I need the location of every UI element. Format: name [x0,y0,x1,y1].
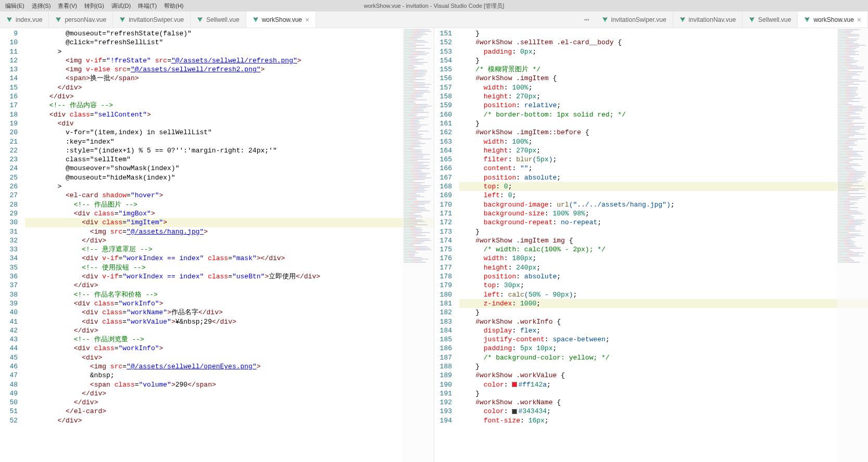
code-line[interactable]: &nbsp; [25,371,434,380]
code-line[interactable]: <div v-if="workIndex == index" class="us… [25,272,434,281]
code-line[interactable]: width: 100%; [459,137,868,146]
minimap-left[interactable] [402,28,434,462]
code-line[interactable]: } [459,308,868,317]
code-line[interactable]: <div class="imgItem"> [25,218,434,227]
code-line[interactable]: } [459,56,868,65]
code-line[interactable]: <img src="@/assets/hang.jpg"> [25,227,434,236]
code-line[interactable]: /* 模糊背景图片 */ [459,65,868,74]
tab-index-vue[interactable]: index.vue [0,11,49,28]
code-line[interactable]: </div> [25,236,434,245]
tab-Sellwell-vue[interactable]: Sellwell.vue [743,11,798,28]
menu-item[interactable]: 选择(S) [29,2,54,10]
code-line[interactable]: <el-card shadow="hover"> [25,191,434,200]
code-line[interactable]: @mouseout="hideMask(index)" [25,173,434,182]
code-line[interactable]: <div class="workInfo"> [25,344,434,353]
code-line[interactable]: background-size: 100% 98%; [459,209,868,218]
code-line[interactable]: <img v-if="!freState" src="@/assets/sell… [25,56,434,65]
code-line[interactable]: #workShow .workName { [459,398,868,407]
code-line[interactable]: @mouseover="showMask(index)" [25,164,434,173]
code-line[interactable]: </div> [25,389,434,398]
code-line[interactable]: <!-- 作品浏览量 --> [25,335,434,344]
code-left[interactable]: @mouseout="refreshState(false)" @click="… [25,28,434,462]
code-line[interactable]: <!-- 悬浮遮罩层 --> [25,245,434,254]
code-line[interactable]: color: #ff142a; [459,380,868,389]
code-line[interactable]: > [25,182,434,191]
code-line[interactable]: height: 270px; [459,146,868,155]
code-line[interactable]: left: calc(50% - 90px); [459,290,868,299]
code-line[interactable]: @click="refreshSellList" [25,38,434,47]
code-line[interactable]: <span>换一批</span> [25,74,434,83]
close-icon[interactable]: × [305,16,309,24]
code-line[interactable]: font-size: 16px; [459,416,868,425]
code-line[interactable]: display: flex; [459,326,868,335]
code-line[interactable]: <div class="workValue">¥&nbsp;29</div> [25,317,434,326]
code-line[interactable]: left: 0; [459,191,868,200]
menu-item[interactable]: 终端(T) [135,2,160,10]
code-line[interactable]: <!-- 作品名字和价格 --> [25,290,434,299]
code-line[interactable]: top: 30px; [459,281,868,290]
code-line[interactable]: padding: 0px; [459,47,868,56]
code-line[interactable]: width: 180px; [459,254,868,263]
code-line[interactable]: width: 100%; [459,83,868,92]
code-line[interactable]: <!-- 作品图片 --> [25,200,434,209]
code-line[interactable]: <!-- 作品内容 --> [25,101,434,110]
code-line[interactable]: /* border-bottom: 1px solid red; */ [459,110,868,119]
code-line[interactable]: <img v-else src="@/assets/sellwell/refre… [25,65,434,74]
menu-item[interactable]: 查看(V) [55,2,80,10]
minimap-right[interactable] [837,28,868,462]
code-line[interactable]: padding: 5px 10px; [459,344,868,353]
code-line[interactable]: #workShow .imgItem { [459,74,868,83]
code-line[interactable]: <div class="sellContent"> [25,110,434,119]
code-line[interactable]: justify-content: space-between; [459,335,868,344]
code-line[interactable]: } [459,227,868,236]
code-line[interactable]: content: ""; [459,164,868,173]
code-line[interactable]: <div [25,119,434,128]
code-line[interactable]: /* width: calc(100% - 2px); */ [459,245,868,254]
code-line[interactable]: @mouseout="refreshState(false)" [25,29,434,38]
code-line[interactable]: /* background-color: yellow; */ [459,353,868,362]
code-line[interactable]: <img src="@/assets/sellwell/openEyes.png… [25,362,434,371]
code-line[interactable]: v-for="(item,index) in sellWellList" [25,128,434,137]
close-icon[interactable]: × [857,16,861,24]
menu-item[interactable]: 调试(D) [108,2,134,10]
code-line[interactable]: #workShow .workValue { [459,371,868,380]
editor-pane-left[interactable]: 9101112131415161718192021222324252627282… [0,28,434,462]
code-line[interactable]: <span class="volume">290</span> [25,380,434,389]
code-line[interactable]: position: absolute; [459,173,868,182]
code-line[interactable]: position: relative; [459,101,868,110]
tab-workShow-vue[interactable]: workShow.vue× [798,11,868,28]
code-line[interactable]: <div v-if="workIndex == index" class="ma… [25,254,434,263]
code-line[interactable]: position: absolute; [459,272,868,281]
code-line[interactable]: } [459,119,868,128]
code-line[interactable]: </div> [25,416,434,425]
code-line[interactable]: class="sellItem" [25,155,434,164]
code-line[interactable]: </div> [25,281,434,290]
code-line[interactable]: <div class="workName">作品名字</div> [25,308,434,317]
code-line[interactable]: </div> [25,326,434,335]
code-line[interactable]: #workShow .workInfo { [459,317,868,326]
code-line[interactable]: background-image: url("../../assets/hang… [459,200,868,209]
menu-item[interactable]: 帮助(H) [161,2,186,10]
code-line[interactable]: filter: blur(5px); [459,155,868,164]
tab-invitationNav-vue[interactable]: invitationNav.vue [673,11,743,28]
code-line[interactable]: } [459,29,868,38]
code-line[interactable]: <div class="imgBox"> [25,209,434,218]
code-line[interactable]: <div class="workInfo"> [25,299,434,308]
code-line[interactable]: </div> [25,83,434,92]
code-line[interactable]: height: 240px; [459,263,868,272]
code-line[interactable]: #workShow .sellItem .el-card__body { [459,38,868,47]
code-line[interactable]: } [459,362,868,371]
code-line[interactable]: <div> [25,353,434,362]
code-line[interactable]: <!-- 使用按钮 --> [25,263,434,272]
code-line[interactable]: #workShow .imgItem img { [459,236,868,245]
code-line[interactable]: #workShow .imgItem::before { [459,128,868,137]
code-line[interactable]: > [25,47,434,56]
editor-pane-right[interactable]: 1511521531541551561571581591601611621631… [434,28,868,462]
tab-Sellwell-vue[interactable]: Sellwell.vue [191,11,246,28]
tab-invitationSwiper-vue[interactable]: invitationSwiper.vue [596,11,673,28]
code-right[interactable]: } #workShow .sellItem .el-card__body { p… [459,28,868,462]
tab-overflow-icon[interactable]: ⋯ [579,11,596,28]
tab-workShow-vue[interactable]: workShow.vue× [246,11,317,28]
menu-item[interactable]: 编辑(E) [2,2,28,10]
code-line[interactable]: z-index: 1000; [459,299,868,308]
